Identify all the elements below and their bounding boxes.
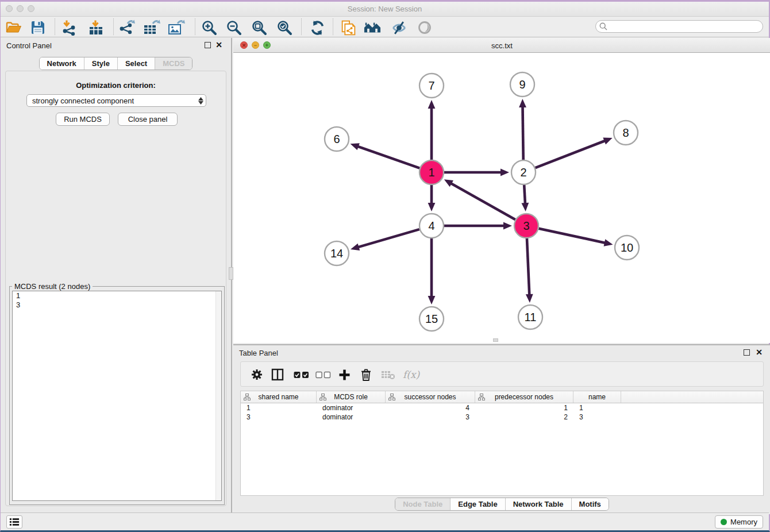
table-row[interactable]: 3dominator323 [241, 413, 763, 422]
graph-edge-arrowhead [500, 169, 509, 176]
graph-edge-3-11[interactable] [527, 238, 529, 295]
close-panel-button[interactable]: Close panel [118, 113, 178, 126]
table-cell[interactable]: dominator [317, 403, 386, 413]
graph-edge-4-14[interactable] [357, 229, 419, 247]
splitter-handle[interactable] [493, 338, 498, 342]
graph-edge-arrowhead [526, 294, 533, 303]
optimization-criterion-label: Optimization criterion: [6, 81, 226, 90]
delete-column-icon[interactable] [360, 368, 372, 381]
mcds-result-item[interactable]: 3 [13, 300, 221, 310]
graph-edge-arrowhead [519, 99, 526, 107]
float-panel-icon[interactable] [744, 349, 750, 356]
graph-edge-1-6[interactable] [357, 147, 419, 168]
task-history-button[interactable] [6, 515, 22, 529]
zoom-selected-icon[interactable] [276, 19, 293, 36]
graph-edge-arrowhead [521, 203, 529, 211]
close-panel-icon[interactable]: ✕ [756, 348, 763, 357]
column-header-name[interactable]: name [573, 391, 621, 403]
table-panel: Table Panel ✕ [233, 344, 770, 514]
table-tabs-bar: Node TableEdge TableNetwork TableMotifs [233, 498, 770, 511]
window-titlebar: Session: New Session [1, 2, 769, 17]
import-network-icon[interactable] [60, 19, 78, 36]
table-row[interactable]: 1dominator411 [241, 403, 763, 413]
tab-motifs[interactable]: Motifs [571, 498, 609, 510]
float-panel-icon[interactable] [205, 42, 211, 48]
table-body: 1dominator4113dominator323 [241, 403, 763, 422]
memory-status-icon [721, 519, 727, 525]
import-table-icon[interactable] [87, 19, 105, 36]
toolbar-separator [195, 18, 195, 35]
tab-mcds[interactable]: MCDS [155, 57, 192, 70]
main-area: Control Panel ✕ NetworkStyleSelectMCDS O… [1, 38, 769, 514]
memory-label: Memory [730, 518, 757, 526]
table-cell[interactable]: 4 [386, 403, 475, 413]
toolbar-separator [301, 18, 302, 35]
graph-edge-2-9[interactable] [522, 106, 523, 160]
search-box[interactable] [595, 20, 763, 33]
graph-edge-3-1[interactable] [451, 183, 515, 220]
apply-layout-icon[interactable] [309, 19, 326, 36]
search-input[interactable] [610, 21, 763, 32]
column-type-icon [388, 394, 395, 402]
export-network-icon[interactable] [118, 19, 136, 36]
tab-edge-table[interactable]: Edge Table [450, 498, 505, 510]
graph-node-label: 11 [525, 311, 537, 323]
graph-node-label: 8 [622, 126, 629, 139]
graph-edge-arrowhead [428, 203, 436, 211]
open-session-icon[interactable] [5, 19, 22, 36]
deselect-all-columns-icon[interactable] [315, 368, 331, 381]
tab-network[interactable]: Network [40, 57, 84, 70]
tab-style[interactable]: Style [84, 57, 117, 70]
criterion-dropdown[interactable]: strongly connected component [26, 94, 206, 107]
column-header-MCDS-role[interactable]: MCDS role [317, 391, 386, 403]
graph-node-label: 10 [621, 241, 633, 254]
export-image-icon[interactable] [168, 19, 185, 36]
run-mcds-button[interactable]: Run MCDS [56, 113, 110, 126]
table-cell[interactable]: 1 [241, 403, 317, 413]
table-cell[interactable]: 3 [573, 413, 621, 422]
table-cell[interactable]: 3 [241, 413, 317, 422]
graph-edge-2-3[interactable] [524, 185, 525, 204]
control-panel-title: Control Panel [6, 41, 52, 50]
memory-button[interactable]: Memory [715, 515, 763, 529]
mcds-result-item[interactable]: 1 [13, 291, 221, 300]
scrollbar[interactable] [215, 291, 221, 500]
table-panel-title: Table Panel [239, 349, 278, 357]
export-table-icon[interactable] [143, 19, 160, 36]
network-window: ✕ − + scc.txt 7968124314101511 [233, 38, 770, 343]
network-canvas[interactable]: 7968124314101511 [233, 53, 770, 343]
first-neighbors-icon[interactable] [364, 19, 381, 36]
zoom-out-icon[interactable] [225, 19, 242, 36]
network-graph: 7968124314101511 [233, 53, 770, 343]
table-cell[interactable]: 1 [475, 403, 573, 413]
tab-network-table[interactable]: Network Table [505, 498, 571, 510]
show-hidden-icon[interactable] [416, 19, 433, 36]
mcds-result-list[interactable]: 13 [12, 291, 222, 501]
show-columns-icon[interactable] [271, 368, 284, 381]
table-cell[interactable]: dominator [317, 413, 386, 422]
network-window-titlebar: ✕ − + scc.txt [233, 38, 770, 53]
zoom-in-icon[interactable] [201, 19, 218, 36]
table-cell[interactable]: 2 [475, 413, 573, 422]
column-header-shared-name[interactable]: shared name [241, 391, 317, 403]
zoom-fit-icon[interactable] [251, 19, 268, 36]
create-column-icon[interactable] [338, 368, 351, 381]
close-panel-icon[interactable]: ✕ [215, 40, 222, 49]
table-cell[interactable]: 1 [573, 403, 621, 413]
graph-edge-2-8[interactable] [536, 141, 606, 168]
save-session-icon[interactable] [29, 19, 47, 36]
table-settings-gear-icon[interactable] [251, 368, 263, 381]
graph-edge-arrowhead [428, 296, 436, 304]
new-network-from-selection-icon[interactable] [340, 19, 357, 36]
toolbar-separator [113, 18, 114, 35]
hide-selected-icon[interactable] [390, 19, 407, 36]
splitter-handle[interactable] [229, 267, 233, 280]
graph-edge-3-10[interactable] [538, 229, 605, 243]
graph-node-label: 9 [519, 78, 525, 91]
column-header-successor-nodes[interactable]: successor nodes [386, 391, 475, 403]
column-header-predecessor-nodes[interactable]: predecessor nodes [475, 391, 573, 403]
tab-select[interactable]: Select [117, 57, 155, 70]
tab-node-table[interactable]: Node Table [395, 498, 450, 510]
select-all-columns-icon[interactable] [294, 368, 309, 381]
table-cell[interactable]: 3 [386, 413, 475, 422]
